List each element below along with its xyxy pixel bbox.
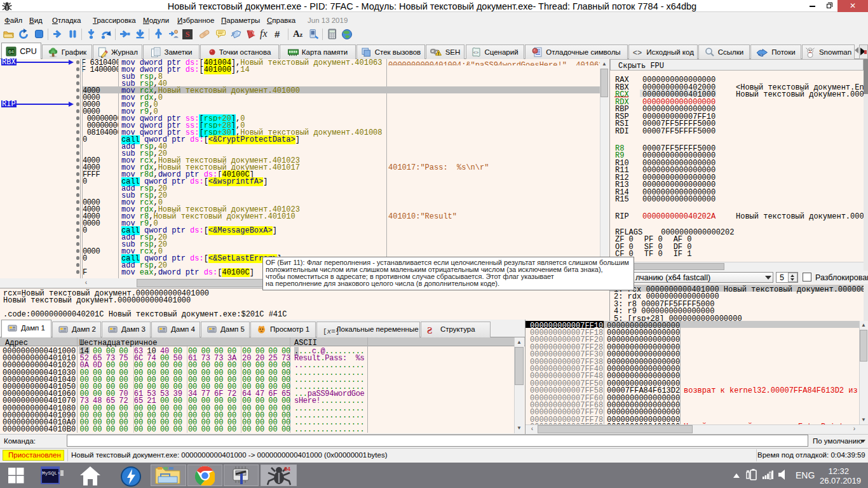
svg-text:64: 64 (284, 466, 290, 472)
svg-text:<>: <> (473, 50, 478, 55)
svg-text:64: 64 (9, 49, 14, 55)
svg-text:!: ! (437, 50, 439, 56)
svg-text:<>: <> (633, 48, 642, 57)
